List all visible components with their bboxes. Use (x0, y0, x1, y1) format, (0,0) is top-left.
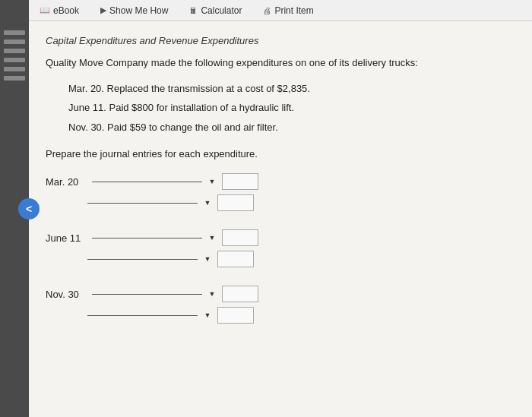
show-how-icon: ▶ (100, 5, 106, 15)
date-label-mar20: Mar. 20 (46, 176, 87, 188)
sidebar-bar-4 (4, 58, 25, 62)
amount-box-june11-2[interactable] (217, 251, 254, 267)
sidebar-bar-1 (4, 30, 25, 35)
journal-section-june11: June 11 (46, 229, 515, 267)
sidebar-bar-2 (4, 39, 25, 44)
expenditure-item-3: Nov. 30. Paid $59 to change the oil and … (68, 120, 515, 135)
sidebar-bar-6 (4, 76, 25, 81)
amount-box-nov30-1[interactable] (222, 286, 258, 302)
ebook-label: eBook (53, 5, 79, 16)
ebook-button[interactable]: 📖 eBook (35, 4, 84, 17)
ebook-icon: 📖 (40, 5, 50, 15)
amount-box-mar20-1[interactable] (222, 173, 258, 190)
amount-box-mar20-2[interactable] (217, 194, 254, 211)
entry-line-nov30-1 (92, 294, 202, 295)
print-button[interactable]: 🖨 Print Item (258, 4, 318, 17)
journal-row-mar20-2 (87, 194, 515, 211)
sidebar-toggle-button[interactable]: < (18, 198, 40, 220)
content-area: Capital Expenditures and Revenue Expendi… (29, 21, 532, 417)
entry-line-nov30-2 (87, 315, 198, 316)
print-icon: 🖨 (263, 6, 271, 15)
question-text: Quality Move Company made the following … (46, 55, 515, 71)
main-panel: 📖 eBook ▶ Show Me How 🖩 Calculator 🖨 Pri… (29, 0, 532, 417)
amount-box-june11-1[interactable] (222, 229, 258, 246)
expenditure-item-2: June 11. Paid $800 for installation of a… (68, 100, 515, 115)
dropdown-mar20-1[interactable] (207, 176, 217, 187)
calculator-label: Calculator (201, 5, 242, 16)
dropdown-june11-2[interactable] (202, 254, 213, 264)
journal-row-nov30-1: Nov. 30 (46, 286, 515, 302)
date-label-nov30: Nov. 30 (46, 289, 87, 300)
dropdown-nov30-2[interactable] (202, 310, 213, 321)
expenditure-list: Mar. 20. Replaced the transmission at a … (68, 81, 515, 135)
journal-section-nov30: Nov. 30 (46, 286, 515, 324)
journal-row-june11-2 (87, 251, 515, 267)
calculator-button[interactable]: 🖩 Calculator (185, 4, 246, 17)
sidebar-bar-5 (4, 67, 25, 71)
print-label: Print Item (274, 5, 313, 16)
prepare-text: Prepare the journal entries for each exp… (46, 148, 515, 160)
date-label-june11: June 11 (46, 232, 87, 244)
dropdown-mar20-2[interactable] (202, 197, 213, 208)
show-how-button[interactable]: ▶ Show Me How (96, 4, 173, 17)
entry-line-june11-1 (92, 238, 202, 239)
calculator-icon: 🖩 (189, 6, 198, 15)
entry-line-mar20-1 (92, 182, 202, 182)
toolbar: 📖 eBook ▶ Show Me How 🖩 Calculator 🖨 Pri… (29, 0, 532, 21)
journal-row-june11-1: June 11 (46, 229, 515, 246)
sidebar-bar-3 (4, 49, 25, 53)
section-title: Capital Expenditures and Revenue Expendi… (46, 35, 515, 46)
expenditure-item-1: Mar. 20. Replaced the transmission at a … (68, 81, 515, 96)
entry-line-june11-2 (87, 259, 198, 260)
entry-line-mar20-2 (87, 203, 198, 204)
dropdown-june11-1[interactable] (207, 232, 217, 243)
dropdown-nov30-1[interactable] (207, 289, 217, 299)
journal-section-mar20: Mar. 20 (46, 173, 515, 211)
journal-row-nov30-2 (87, 307, 515, 324)
amount-box-nov30-2[interactable] (217, 307, 254, 324)
journal-row-mar20-1: Mar. 20 (46, 173, 515, 190)
sidebar: < (0, 0, 29, 417)
show-how-label: Show Me How (109, 5, 168, 16)
